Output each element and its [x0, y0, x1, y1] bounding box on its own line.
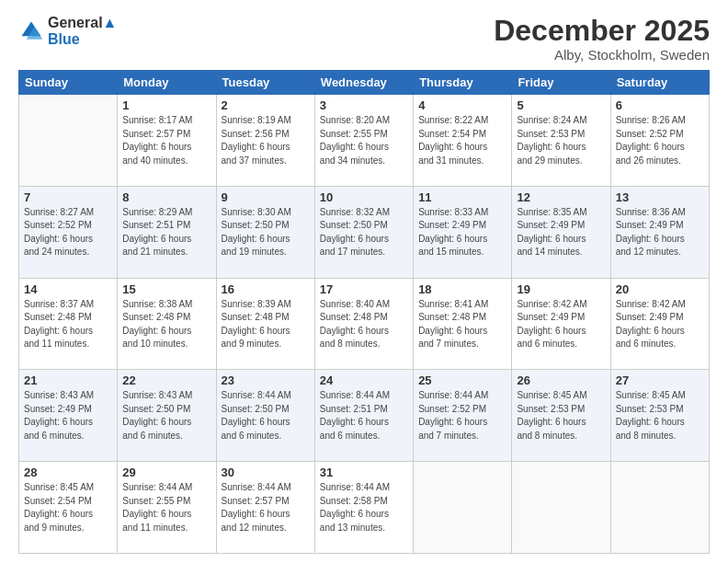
day-number: 17	[320, 282, 408, 296]
day-number: 23	[222, 373, 310, 387]
day-number: 3	[320, 98, 408, 112]
calendar-cell	[414, 462, 512, 554]
day-info: Sunrise: 8:39 AM Sunset: 2:48 PM Dayligh…	[222, 298, 310, 351]
day-number: 26	[517, 373, 605, 387]
day-info: Sunrise: 8:44 AM Sunset: 2:51 PM Dayligh…	[320, 389, 408, 442]
calendar-week-row: 14Sunrise: 8:37 AM Sunset: 2:48 PM Dayli…	[19, 278, 710, 370]
calendar-week-row: 1Sunrise: 8:17 AM Sunset: 2:57 PM Daylig…	[19, 95, 710, 187]
day-number: 20	[616, 282, 704, 296]
day-info: Sunrise: 8:36 AM Sunset: 2:49 PM Dayligh…	[616, 206, 704, 259]
day-info: Sunrise: 8:17 AM Sunset: 2:57 PM Dayligh…	[122, 114, 210, 167]
calendar-day-header: Monday	[118, 71, 216, 95]
calendar-cell	[512, 462, 610, 554]
main-title: December 2025	[494, 15, 710, 47]
calendar-week-row: 28Sunrise: 8:45 AM Sunset: 2:54 PM Dayli…	[19, 462, 710, 554]
calendar-cell: 1Sunrise: 8:17 AM Sunset: 2:57 PM Daylig…	[118, 95, 216, 187]
day-number: 14	[24, 282, 112, 296]
day-info: Sunrise: 8:45 AM Sunset: 2:54 PM Dayligh…	[24, 481, 112, 534]
day-number: 21	[24, 373, 112, 387]
day-info: Sunrise: 8:35 AM Sunset: 2:49 PM Dayligh…	[517, 206, 605, 259]
calendar-cell: 24Sunrise: 8:44 AM Sunset: 2:51 PM Dayli…	[314, 370, 413, 462]
day-number: 13	[616, 190, 704, 204]
calendar-cell: 5Sunrise: 8:24 AM Sunset: 2:53 PM Daylig…	[512, 95, 610, 187]
day-number: 19	[517, 282, 605, 296]
day-info: Sunrise: 8:44 AM Sunset: 2:57 PM Dayligh…	[222, 481, 310, 534]
calendar-cell: 13Sunrise: 8:36 AM Sunset: 2:49 PM Dayli…	[610, 186, 709, 278]
day-info: Sunrise: 8:44 AM Sunset: 2:58 PM Dayligh…	[320, 481, 408, 534]
calendar-cell: 20Sunrise: 8:42 AM Sunset: 2:49 PM Dayli…	[610, 278, 709, 370]
calendar-cell: 26Sunrise: 8:45 AM Sunset: 2:53 PM Dayli…	[512, 370, 610, 462]
calendar-cell: 6Sunrise: 8:26 AM Sunset: 2:52 PM Daylig…	[610, 95, 709, 187]
calendar-cell: 31Sunrise: 8:44 AM Sunset: 2:58 PM Dayli…	[314, 462, 413, 554]
calendar-cell: 15Sunrise: 8:38 AM Sunset: 2:48 PM Dayli…	[118, 278, 216, 370]
day-number: 4	[418, 98, 506, 112]
day-number: 12	[517, 190, 605, 204]
day-number: 24	[320, 373, 408, 387]
day-info: Sunrise: 8:37 AM Sunset: 2:48 PM Dayligh…	[24, 298, 112, 351]
calendar-cell: 29Sunrise: 8:44 AM Sunset: 2:55 PM Dayli…	[118, 462, 216, 554]
title-block: December 2025 Alby, Stockholm, Sweden	[494, 15, 710, 63]
calendar-cell: 30Sunrise: 8:44 AM Sunset: 2:57 PM Dayli…	[216, 462, 314, 554]
calendar-cell: 23Sunrise: 8:44 AM Sunset: 2:50 PM Dayli…	[216, 370, 314, 462]
calendar-cell: 4Sunrise: 8:22 AM Sunset: 2:54 PM Daylig…	[414, 95, 512, 187]
day-info: Sunrise: 8:26 AM Sunset: 2:52 PM Dayligh…	[616, 114, 704, 167]
calendar-cell: 8Sunrise: 8:29 AM Sunset: 2:51 PM Daylig…	[118, 186, 216, 278]
day-number: 25	[418, 373, 506, 387]
day-number: 1	[122, 98, 210, 112]
calendar-day-header: Sunday	[19, 71, 118, 95]
day-number: 28	[24, 465, 112, 479]
day-info: Sunrise: 8:38 AM Sunset: 2:48 PM Dayligh…	[122, 298, 210, 351]
day-info: Sunrise: 8:43 AM Sunset: 2:50 PM Dayligh…	[122, 389, 210, 442]
calendar-week-row: 7Sunrise: 8:27 AM Sunset: 2:52 PM Daylig…	[19, 186, 710, 278]
day-info: Sunrise: 8:43 AM Sunset: 2:49 PM Dayligh…	[24, 389, 112, 442]
day-info: Sunrise: 8:19 AM Sunset: 2:56 PM Dayligh…	[222, 114, 310, 167]
day-info: Sunrise: 8:40 AM Sunset: 2:48 PM Dayligh…	[320, 298, 408, 351]
calendar-cell: 25Sunrise: 8:44 AM Sunset: 2:52 PM Dayli…	[414, 370, 512, 462]
day-number: 9	[222, 190, 310, 204]
calendar-day-header: Wednesday	[314, 71, 413, 95]
calendar-week-row: 21Sunrise: 8:43 AM Sunset: 2:49 PM Dayli…	[19, 370, 710, 462]
calendar-table: SundayMondayTuesdayWednesdayThursdayFrid…	[18, 70, 710, 554]
page: General▲ Blue December 2025 Alby, Stockh…	[0, 0, 728, 563]
day-number: 18	[418, 282, 506, 296]
day-info: Sunrise: 8:20 AM Sunset: 2:55 PM Dayligh…	[320, 114, 408, 167]
day-number: 2	[222, 98, 310, 112]
calendar-cell: 19Sunrise: 8:42 AM Sunset: 2:49 PM Dayli…	[512, 278, 610, 370]
day-number: 27	[616, 373, 704, 387]
day-number: 10	[320, 190, 408, 204]
day-number: 11	[418, 190, 506, 204]
day-number: 15	[122, 282, 210, 296]
day-number: 8	[122, 190, 210, 204]
calendar-cell: 10Sunrise: 8:32 AM Sunset: 2:50 PM Dayli…	[314, 186, 413, 278]
calendar-cell	[19, 95, 118, 187]
day-number: 30	[222, 465, 310, 479]
calendar-day-header: Tuesday	[216, 71, 314, 95]
logo: General▲ Blue	[18, 15, 117, 47]
calendar-cell: 9Sunrise: 8:30 AM Sunset: 2:50 PM Daylig…	[216, 186, 314, 278]
calendar-day-header: Friday	[512, 71, 610, 95]
day-info: Sunrise: 8:44 AM Sunset: 2:55 PM Dayligh…	[122, 481, 210, 534]
day-info: Sunrise: 8:42 AM Sunset: 2:49 PM Dayligh…	[616, 298, 704, 351]
day-info: Sunrise: 8:44 AM Sunset: 2:50 PM Dayligh…	[222, 389, 310, 442]
day-info: Sunrise: 8:22 AM Sunset: 2:54 PM Dayligh…	[418, 114, 506, 167]
day-number: 31	[320, 465, 408, 479]
day-number: 22	[122, 373, 210, 387]
day-number: 16	[222, 282, 310, 296]
day-info: Sunrise: 8:29 AM Sunset: 2:51 PM Dayligh…	[122, 206, 210, 259]
day-number: 6	[616, 98, 704, 112]
calendar-cell: 11Sunrise: 8:33 AM Sunset: 2:49 PM Dayli…	[414, 186, 512, 278]
calendar-cell: 3Sunrise: 8:20 AM Sunset: 2:55 PM Daylig…	[314, 95, 413, 187]
day-info: Sunrise: 8:32 AM Sunset: 2:50 PM Dayligh…	[320, 206, 408, 259]
day-info: Sunrise: 8:45 AM Sunset: 2:53 PM Dayligh…	[616, 389, 704, 442]
subtitle: Alby, Stockholm, Sweden	[494, 47, 710, 63]
calendar-cell: 14Sunrise: 8:37 AM Sunset: 2:48 PM Dayli…	[19, 278, 118, 370]
day-info: Sunrise: 8:27 AM Sunset: 2:52 PM Dayligh…	[24, 206, 112, 259]
calendar-cell: 21Sunrise: 8:43 AM Sunset: 2:49 PM Dayli…	[19, 370, 118, 462]
calendar-header-row: SundayMondayTuesdayWednesdayThursdayFrid…	[19, 71, 710, 95]
day-number: 7	[24, 190, 112, 204]
calendar-cell: 2Sunrise: 8:19 AM Sunset: 2:56 PM Daylig…	[216, 95, 314, 187]
day-number: 29	[122, 465, 210, 479]
calendar-cell: 12Sunrise: 8:35 AM Sunset: 2:49 PM Dayli…	[512, 186, 610, 278]
logo-text: General▲ Blue	[48, 15, 117, 47]
calendar-cell: 27Sunrise: 8:45 AM Sunset: 2:53 PM Dayli…	[610, 370, 709, 462]
